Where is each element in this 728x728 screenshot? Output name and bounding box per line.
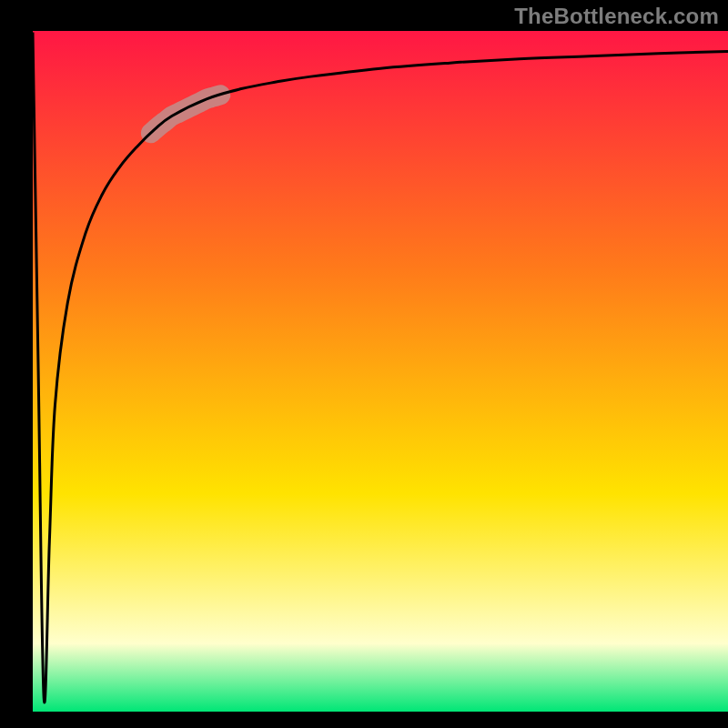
bottleneck-curve-chart <box>0 0 728 728</box>
chart-stage: TheBottleneck.com <box>0 0 728 728</box>
gradient-background <box>33 31 728 712</box>
watermark-text: TheBottleneck.com <box>514 4 719 29</box>
